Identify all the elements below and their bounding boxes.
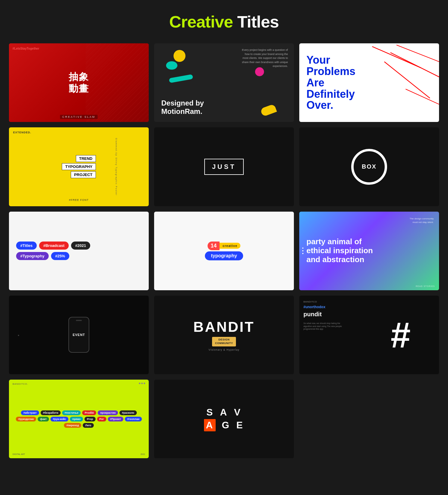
card-8-inner: 14 creative typography [154, 212, 294, 290]
card-9[interactable]: party animal of ethical inspiration and … [299, 212, 439, 290]
card-9-dots [302, 248, 303, 254]
title-rest: Titles [233, 12, 279, 31]
card-12-unorthodox: #unorthodox [303, 305, 358, 309]
card-2[interactable]: Every project begins with a question of … [154, 43, 294, 122]
card-12-inner: BANDITCO #unorthodox pundit So what now,… [299, 296, 439, 374]
card-12-pundit: pundit [303, 311, 358, 318]
card-3[interactable]: YourProblemsAreDefinitelyOver. [299, 43, 439, 122]
pill-16: Лего [83, 423, 93, 428]
card-13[interactable]: BANDITCO. #абстракт #безработн #постичье… [9, 380, 149, 458]
shape-yellow-circle [174, 50, 185, 62]
savage-e: E [236, 420, 244, 431]
card-grid: #LetsStayTogether 抽象動畫 CREATIVE SLAM Eve… [9, 43, 439, 458]
card-11[interactable]: BANDIT DESIGNCOMMUNITY Visionary & Hyper… [154, 296, 294, 374]
card-4-label: EXTENDED. [13, 131, 31, 134]
design-badge: DESIGNCOMMUNITY [212, 337, 236, 346]
card-12-badge: BANDITCO [303, 300, 358, 303]
savage-s: S [206, 407, 214, 418]
savage-g: G [222, 420, 230, 431]
phone-notch [76, 320, 82, 321]
pill-broadcast: #Broadcast [39, 242, 69, 250]
card-10-inner: EVENT [9, 296, 149, 374]
svg-line-0 [372, 47, 421, 68]
card-7[interactable]: #Titles #Broadcast #2021 #Typography #25… [9, 212, 149, 290]
card-12-desc: So what now, we should stop hating the a… [303, 322, 342, 331]
pill-2: #безработн [41, 410, 61, 415]
card-5[interactable]: JUST [154, 127, 294, 206]
card-9-main-text: party animal of ethical inspiration and … [306, 237, 382, 264]
visionary-text: Visionary & Hyperlay [208, 348, 239, 351]
page-title: Creative Titles [9, 12, 439, 31]
svg-line-1 [390, 53, 439, 77]
card-13-dots [139, 383, 145, 384]
dot-b [141, 383, 143, 384]
card-3-inner: YourProblemsAreDefinitelyOver. [299, 43, 439, 122]
card-13-top: BANDITCO. [13, 383, 28, 385]
pill-3: #постичье [62, 410, 81, 415]
svg-line-4 [406, 89, 439, 104]
card-2-main-text: Designed byMotionRam. [161, 99, 204, 116]
dot-c [144, 383, 145, 384]
card-4-inner: EXTENDED. Glammed-Up Shiny Typographic P… [9, 127, 149, 206]
pill-14: #геоплан [125, 417, 142, 421]
shape-pink-circle [255, 67, 264, 76]
card-5-inner: JUST [154, 127, 294, 206]
card-12[interactable]: BANDITCO #unorthodox pundit So what now,… [299, 296, 439, 374]
svg-line-2 [384, 62, 430, 98]
card-6-inner: BOX [299, 127, 439, 206]
card-9-inner: party animal of ethical inspiration and … [299, 212, 439, 290]
card-12-right: # [362, 296, 439, 374]
creative-badge: 14 creative typography [205, 242, 243, 260]
box-text: BOX [362, 163, 376, 170]
badge-num-row: 14 creative [208, 242, 240, 250]
savage-a2: A [204, 419, 216, 431]
shape-yellow-blob [260, 104, 277, 117]
card-4-tag-typography: TYPOGRAPHY [62, 163, 96, 170]
savage-container: S A V A G E [204, 407, 244, 431]
dot-a [139, 383, 140, 384]
card-2-small-text: Every project begins with a question of … [240, 48, 288, 68]
card-10[interactable]: EVENT [9, 296, 149, 374]
pill-row-2: #Typography #25% [16, 252, 69, 260]
pill-8: факт [38, 417, 49, 421]
pill-10: прямо [70, 417, 83, 421]
just-text: JUST [212, 163, 236, 171]
title-creative: Creative [169, 12, 233, 31]
card-4[interactable]: EXTENDED. Glammed-Up Shiny Typographic P… [9, 127, 149, 206]
card-1[interactable]: #LetsStayTogether 抽象動畫 CREATIVE SLAM [9, 43, 149, 122]
card-7-inner: #Titles #Broadcast #2021 #Typography #25… [9, 212, 149, 290]
card-2-inner: Every project begins with a question of … [154, 43, 294, 122]
badge-num: 14 [208, 242, 220, 250]
card-14[interactable]: S A V A G E [154, 380, 294, 458]
phone-event-text: EVENT [73, 333, 85, 337]
card-1-texture [86, 43, 149, 122]
dot-1 [302, 248, 303, 249]
card-13-bottom-left: DIGITAL ART [13, 453, 25, 455]
just-box: JUST [204, 159, 244, 175]
card-10-dot [18, 335, 19, 336]
pill-typography: #Typography [16, 252, 49, 260]
badge-typography: typography [205, 251, 243, 260]
bandit-text: BANDIT [193, 319, 254, 335]
pill-titles: #Titles [16, 242, 37, 250]
phone-mockup: EVENT [68, 317, 89, 353]
savage-row-1: S A V [206, 407, 242, 418]
card-13-bottom-right: 2021 [140, 453, 145, 455]
savage-a1: A [220, 407, 228, 418]
card-11-inner: BANDIT DESIGNCOMMUNITY Visionary & Hyper… [154, 296, 294, 374]
box-circle: BOX [351, 149, 387, 185]
pill-4: Prodibi [82, 410, 96, 415]
savage-row-2: A G E [204, 419, 244, 431]
pill-25: #25% [51, 252, 69, 260]
pill-12: Por [97, 417, 106, 421]
pill-15: #переход [64, 423, 81, 428]
pill-13: #Проект [108, 417, 123, 421]
card-8[interactable]: 14 creative typography [154, 212, 294, 290]
card-4-free: #FREE FONT [69, 198, 89, 201]
pill-5: прокрастин [98, 410, 118, 415]
hash-symbol: # [391, 317, 411, 353]
card-3-main-text: YourProblemsAreDefinitelyOver. [306, 54, 355, 111]
card-1-label: CREATIVE SLAM [60, 115, 98, 119]
card-6[interactable]: BOX [299, 127, 439, 206]
dot-2 [302, 250, 303, 251]
